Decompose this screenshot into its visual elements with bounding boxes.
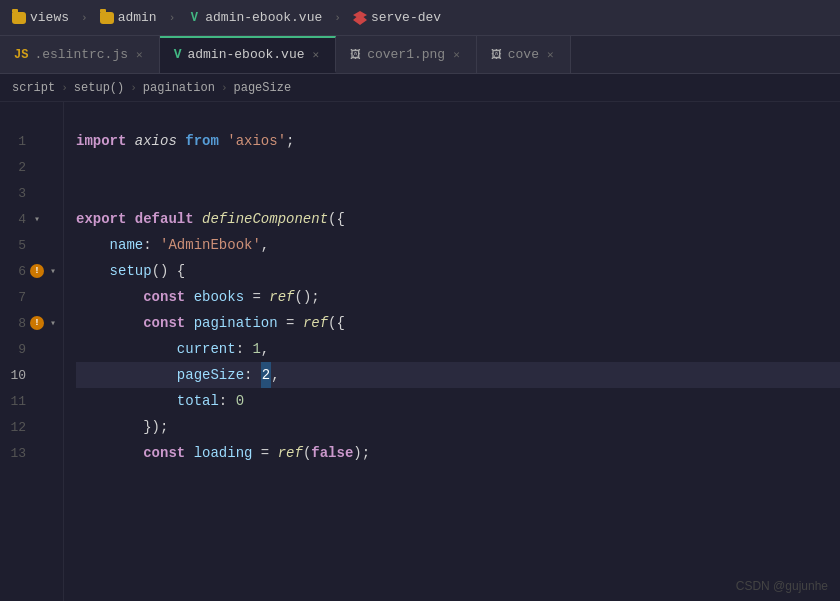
- keyword-const7: const: [143, 284, 193, 310]
- tab-bar: JS .eslintrc.js ✕ V admin-ebook.vue ✕ 🖼 …: [0, 36, 840, 74]
- tab-cover1-close[interactable]: ✕: [451, 47, 462, 62]
- code-line-4: export default defineComponent ({: [76, 206, 840, 232]
- fold-1: [30, 134, 44, 148]
- num-1: 1: [252, 336, 260, 362]
- breadcrumb-pagination: pagination: [143, 81, 215, 95]
- punct-open8: ({: [328, 310, 345, 336]
- str-adminebook: 'AdminEbook': [160, 232, 261, 258]
- string-axios: 'axios': [227, 128, 286, 154]
- line-num-2: 2: [0, 160, 30, 175]
- fold-8[interactable]: ▾: [46, 316, 60, 330]
- punct-close13: );: [353, 440, 370, 466]
- editor-wrapper: import axios from 'axios' ; export defau…: [64, 102, 840, 601]
- fn-ref7: ref: [269, 284, 294, 310]
- code-line-7: const ebooks = ref ();: [76, 284, 840, 310]
- folder-icon-2: [100, 12, 114, 24]
- fold-2: [30, 160, 44, 174]
- img-icon: 🖼: [350, 48, 361, 61]
- prop-current: current: [177, 336, 236, 362]
- tab-cove-close[interactable]: ✕: [545, 47, 556, 62]
- tab-admin-ebook-close[interactable]: ✕: [311, 47, 322, 62]
- indent-5: [76, 232, 110, 258]
- fold-3: [30, 186, 44, 200]
- kw-false: false: [311, 440, 353, 466]
- line-row-2: 2: [0, 154, 63, 180]
- punct-eq8: =: [278, 310, 303, 336]
- watermark: CSDN @gujunhe: [736, 579, 828, 593]
- code-area: import axios from 'axios' ; export defau…: [64, 102, 840, 466]
- line-num-11: 11: [0, 394, 30, 409]
- title-bar: views › admin › V admin-ebook.vue › serv…: [0, 0, 840, 36]
- indent-6: [76, 258, 110, 284]
- prop-pageSize: pageSize: [177, 362, 244, 388]
- chevron-icon-2: ›: [169, 12, 176, 24]
- code-line-12: });: [76, 414, 840, 440]
- punct-open1: ({: [328, 206, 345, 232]
- code-line-11: total : 0: [76, 388, 840, 414]
- line-row-5: 5: [0, 232, 63, 258]
- keyword-const8: const: [143, 310, 193, 336]
- punct-colon10: :: [244, 362, 261, 388]
- fold-4[interactable]: ▾: [30, 212, 44, 226]
- indent-12: [76, 414, 143, 440]
- punct-close12: });: [143, 414, 168, 440]
- code-line-5: name : 'AdminEbook' ,: [76, 232, 840, 258]
- tab-admin-ebook-label: admin-ebook.vue: [187, 47, 304, 62]
- fold-5: [30, 238, 44, 252]
- line-row-10: 10: [0, 362, 63, 388]
- punct-paren7: ();: [295, 284, 320, 310]
- vue-logo-icon: V: [187, 11, 201, 25]
- chevron-icon: ›: [81, 12, 88, 24]
- line-row-1: 1: [0, 128, 63, 154]
- keyword-const13: const: [143, 440, 193, 466]
- fold-7: [30, 290, 44, 304]
- code-line-1: import axios from 'axios' ;: [76, 128, 840, 154]
- code-line-empty: [76, 102, 840, 128]
- keyword-default: default: [135, 206, 202, 232]
- breadcrumb-file: V admin-ebook.vue: [183, 10, 326, 25]
- code-line-9: current : 1 ,: [76, 336, 840, 362]
- line-row-12: 12: [0, 414, 63, 440]
- tab-admin-ebook[interactable]: V admin-ebook.vue ✕: [160, 36, 336, 73]
- line-row-11: 11: [0, 388, 63, 414]
- tab-cove-label: cove: [508, 47, 539, 62]
- punct-semi1: ;: [286, 128, 294, 154]
- fn-defineComponent: defineComponent: [202, 206, 328, 232]
- fn-ref8: ref: [303, 310, 328, 336]
- line-num-3: 3: [0, 186, 30, 201]
- punct-comma10: ,: [271, 362, 279, 388]
- indent-9: [76, 336, 177, 362]
- breadcrumb-bar: script › setup() › pagination › pageSize: [0, 74, 840, 102]
- tab-eslint[interactable]: JS .eslintrc.js ✕: [0, 36, 160, 73]
- punct-comma9: ,: [261, 336, 269, 362]
- line-num-13: 13: [0, 446, 30, 461]
- line-row-8: 8 ! ▾: [0, 310, 63, 336]
- indent-11: [76, 388, 177, 414]
- code-line-6: setup () {: [76, 258, 840, 284]
- line-row-empty: [0, 102, 63, 128]
- line-num-5: 5: [0, 238, 30, 253]
- fold-10: [30, 368, 44, 382]
- indent-7: [76, 284, 143, 310]
- keyword-from: from: [185, 128, 227, 154]
- line-num-9: 9: [0, 342, 30, 357]
- sep2: ›: [130, 82, 137, 94]
- line-num-8: 8: [0, 316, 30, 331]
- folder-icon: [12, 12, 26, 24]
- tab-cover1[interactable]: 🖼 cover1.png ✕: [336, 36, 477, 73]
- punct-comma5: ,: [261, 232, 269, 258]
- tab-eslint-close[interactable]: ✕: [134, 47, 145, 62]
- img-icon-2: 🖼: [491, 48, 502, 61]
- line-row-7: 7: [0, 284, 63, 310]
- line-num-4: 4: [0, 212, 30, 227]
- chevron-icon-3: ›: [334, 12, 341, 24]
- fold-6[interactable]: ▾: [46, 264, 60, 278]
- line-row-6: 6 ! ▾: [0, 258, 63, 284]
- prop-ebooks: ebooks: [194, 284, 244, 310]
- tool-icon: [353, 11, 367, 25]
- line-row-9: 9: [0, 336, 63, 362]
- tab-cove[interactable]: 🖼 cove ✕: [477, 36, 571, 73]
- line-row-4: 4 ▾: [0, 206, 63, 232]
- prop-loading: loading: [194, 440, 253, 466]
- line-row-3: 3: [0, 180, 63, 206]
